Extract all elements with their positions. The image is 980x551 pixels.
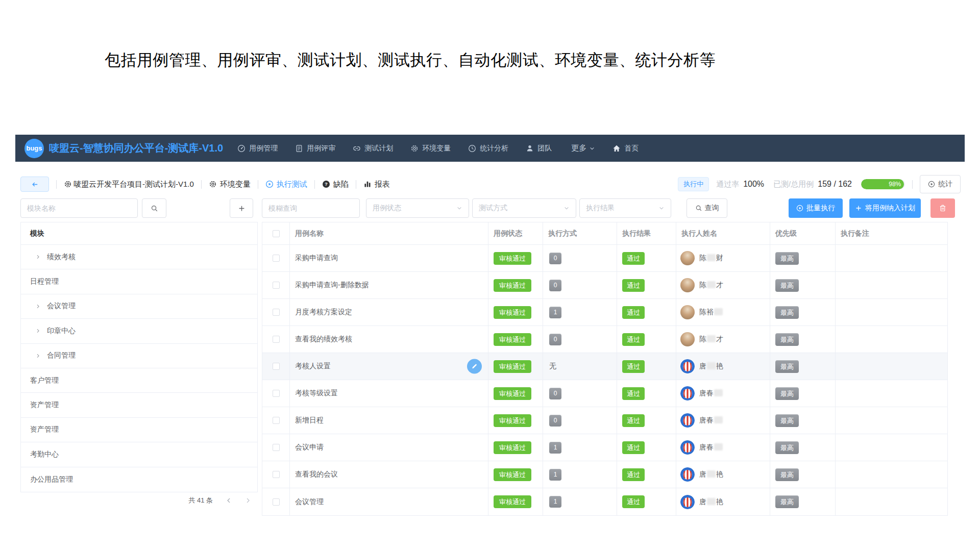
priority-badge: 最高 xyxy=(775,468,799,481)
keyword-search-input[interactable] xyxy=(262,198,360,218)
edit-button[interactable] xyxy=(467,359,482,374)
column-header: 用例名称 xyxy=(290,222,488,244)
case-status-select[interactable]: 用例状态 xyxy=(366,198,469,218)
sidebar-item-会议管理[interactable]: 会议管理 xyxy=(21,294,257,319)
nav-item-用例评审[interactable]: 用例评审 xyxy=(295,144,335,153)
row-checkbox[interactable] xyxy=(273,363,280,370)
divider xyxy=(314,180,315,189)
batch-run-button[interactable]: 批量执行 xyxy=(789,198,843,218)
chevron-right-icon xyxy=(35,328,41,334)
row-checkbox[interactable] xyxy=(273,255,280,262)
column-header: 执行人姓名 xyxy=(676,222,770,244)
priority-badge: 最高 xyxy=(775,333,799,346)
toolbar-tab-缺陷[interactable]: ?缺陷 xyxy=(322,180,349,189)
case-name: 考核等级设置 xyxy=(295,389,338,398)
sidebar-item-合同管理[interactable]: 合同管理 xyxy=(21,344,257,368)
row-checkbox[interactable] xyxy=(273,417,280,424)
nav-item-环境变量[interactable]: 环境变量 xyxy=(410,144,451,153)
case-name: 采购申请查询-删除数据 xyxy=(295,281,369,290)
case-name: 月度考核方案设定 xyxy=(295,308,352,317)
case-table: 用例名称 用例状态 执行方式 执行结果 执行人姓名 优先级 执行备注 采购申请查… xyxy=(262,222,948,516)
table-row[interactable]: 考核人设置 审核通过 无 通过 唐艳 最高 xyxy=(262,353,947,380)
redacted-text xyxy=(707,362,716,369)
case-name: 新增日程 xyxy=(295,416,324,425)
sidebar-item-资产管理[interactable]: 资产管理 xyxy=(21,418,257,442)
breadcrumb: 唛盟云开发平台项目-测试计划-V1.0 xyxy=(64,180,194,189)
progress-fill: 98% xyxy=(861,179,904,189)
sidebar-item-绩效考核[interactable]: 绩效考核 xyxy=(21,245,257,269)
sidebar-item-考勤中心[interactable]: 考勤中心 xyxy=(21,442,257,467)
nav-item-label: 用例管理 xyxy=(249,144,278,153)
nav-item-团队[interactable]: 团队 xyxy=(526,144,552,153)
query-button[interactable]: 查询 xyxy=(687,198,727,218)
table-row[interactable]: 会议申请 审核通过 1 通过 唐春 最高 xyxy=(262,434,947,461)
case-name: 采购申请查询 xyxy=(295,254,338,263)
row-checkbox[interactable] xyxy=(273,471,280,478)
nav-item-测试计划[interactable]: 测试计划 xyxy=(353,144,393,153)
row-checkbox[interactable] xyxy=(273,336,280,343)
sidebar-item-日程管理[interactable]: 日程管理 xyxy=(21,269,257,294)
table-row[interactable]: 查看我的绩效考核 审核通过 0 通过 陈才 最高 xyxy=(262,326,947,353)
select-all-checkbox[interactable] xyxy=(273,230,280,237)
app-logo: bugs xyxy=(24,139,44,158)
module-search-input[interactable] xyxy=(20,198,138,218)
sidebar-item-资产管理[interactable]: 资产管理 xyxy=(21,393,257,417)
row-checkbox[interactable] xyxy=(273,498,280,506)
nav-item-用例管理[interactable]: 用例管理 xyxy=(237,144,278,153)
table-row[interactable]: 会议管理 审核通过 1 通过 唐艳 最高 xyxy=(262,488,947,515)
row-checkbox[interactable] xyxy=(273,309,280,316)
nav-home[interactable]: 首页 xyxy=(612,144,639,153)
toolbar-tab-环境变量[interactable]: 环境变量 xyxy=(209,180,251,189)
table-row[interactable]: 查看我的会议 审核通过 1 通过 唐艳 最高 xyxy=(262,461,947,488)
sidebar-item-印章中心[interactable]: 印章中心 xyxy=(21,319,257,343)
case-status-badge: 审核通过 xyxy=(494,468,531,481)
toolbar-tab-报表[interactable]: 报表 xyxy=(363,180,390,189)
row-checkbox[interactable] xyxy=(273,444,280,451)
nav-more[interactable]: 更多 xyxy=(571,143,595,153)
chevron-down-icon xyxy=(658,205,665,211)
case-status-badge: 审核通过 xyxy=(494,387,531,400)
row-checkbox[interactable] xyxy=(273,390,280,397)
table-row[interactable]: 采购申请查询-删除数据 审核通过 0 通过 陈才 最高 xyxy=(262,272,947,299)
executor-name: 陈才 xyxy=(699,335,723,344)
exec-result-select[interactable]: 执行结果 xyxy=(579,198,671,218)
page-title: 包括用例管理、用例评审、测试计划、测试执行、自动化测试、环境变量、统计分析等 xyxy=(105,49,716,71)
arrow-left-icon xyxy=(31,181,39,188)
nav-item-统计分析[interactable]: 统计分析 xyxy=(468,144,508,153)
add-to-plan-button[interactable]: 将用例纳入计划 xyxy=(849,198,921,218)
executor-name: 唐艳 xyxy=(699,362,723,371)
avatar xyxy=(680,440,695,455)
sidebar-item-办公用品管理[interactable]: 办公用品管理 xyxy=(21,467,257,492)
table-row[interactable]: 新增日程 审核通过 0 通过 唐春 最高 xyxy=(262,407,947,434)
column-header: 优先级 xyxy=(770,222,836,244)
redacted-text xyxy=(707,281,716,288)
table-row[interactable]: 月度考核方案设定 审核通过 1 通过 陈裕 最高 xyxy=(262,299,947,326)
executor-name: 唐春 xyxy=(699,443,723,452)
toolbar-tab-执行测试[interactable]: 执行测试 xyxy=(265,180,307,189)
sidebar-pagination: 共 41 条 xyxy=(20,496,258,505)
case-status-badge: 审核通过 xyxy=(494,360,531,373)
prev-page-button[interactable] xyxy=(225,497,232,504)
delete-button[interactable] xyxy=(930,198,955,218)
redacted-text xyxy=(707,254,716,261)
table-row[interactable]: 采购申请查询 审核通过 0 通过 陈财 最高 xyxy=(262,245,947,272)
app-header: bugs 唛盟云-智慧协同办公平台-测试库-V1.0 用例管理用例评审测试计划环… xyxy=(15,135,965,162)
add-module-button[interactable] xyxy=(230,198,253,218)
sidebar-item-客户管理[interactable]: 客户管理 xyxy=(21,368,257,393)
next-page-button[interactable] xyxy=(244,497,252,504)
table-row[interactable]: 考核等级设置 审核通过 0 通过 唐春 最高 xyxy=(262,380,947,407)
row-checkbox[interactable] xyxy=(273,282,280,289)
module-search-button[interactable] xyxy=(142,198,166,218)
stats-button[interactable]: 统计 xyxy=(920,175,961,193)
case-name: 查看我的绩效考核 xyxy=(295,335,352,344)
exec-method-badge: 0 xyxy=(549,280,561,291)
back-button[interactable] xyxy=(20,177,49,192)
toolbar-tab-label: 环境变量 xyxy=(220,180,251,189)
main-nav: 用例管理用例评审测试计划环境变量统计分析团队 xyxy=(237,144,552,153)
case-status-badge: 审核通过 xyxy=(494,306,531,319)
exec-result-badge: 通过 xyxy=(622,414,645,427)
link-icon xyxy=(353,144,361,153)
avatar xyxy=(680,413,695,428)
exec-method-badge: 1 xyxy=(549,307,561,318)
test-method-select[interactable]: 测试方式 xyxy=(472,198,576,218)
